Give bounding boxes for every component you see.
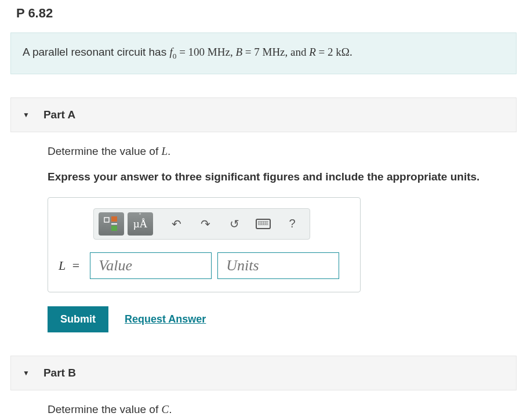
question-var-L: L (161, 145, 168, 157)
reset-icon: ↺ (230, 217, 239, 231)
var-R: R (309, 46, 316, 58)
undo-button[interactable]: ↶ (163, 212, 189, 236)
question-suffix: . (168, 145, 170, 157)
part-b-question: Determine the value of C. (48, 403, 517, 416)
f0-value: = 100 MHz, (176, 46, 235, 58)
undo-icon: ↶ (172, 217, 181, 231)
keyboard-icon (256, 219, 271, 229)
input-eq: = (69, 258, 79, 273)
part-b-header[interactable]: ▼ Part B (10, 356, 517, 390)
svg-rect-0 (104, 218, 109, 222)
part-a-header[interactable]: ▼ Part A (10, 97, 517, 132)
units-label: µÅ (133, 218, 148, 230)
redo-icon: ↷ (201, 217, 210, 231)
collapse-icon: ▼ (23, 369, 30, 377)
help-button[interactable]: ? (279, 212, 305, 236)
units-button[interactable]: ° µÅ (128, 212, 153, 236)
question-suffix: . (169, 403, 172, 415)
help-icon: ? (289, 217, 295, 230)
part-a-body: Determine the value of L. Express your a… (48, 145, 517, 332)
input-variable-label: L = (59, 258, 79, 273)
question-prefix: Determine the value of (48, 145, 161, 157)
question-prefix: Determine the value of (48, 403, 161, 415)
R-value: = 2 kΩ. (316, 46, 352, 58)
part-a-question: Determine the value of L. (48, 145, 517, 158)
answer-box: ° µÅ ↶ ↷ ↺ ? L = (48, 197, 361, 292)
question-var-C: C (161, 403, 169, 415)
redo-button[interactable]: ↷ (192, 212, 218, 236)
templates-button[interactable] (99, 212, 124, 236)
B-value: = 7 MHz, and (242, 46, 309, 58)
value-input[interactable] (90, 252, 212, 279)
part-a-label: Part A (43, 108, 75, 121)
svg-rect-1 (111, 216, 117, 222)
keyboard-button[interactable] (250, 212, 276, 236)
svg-rect-2 (111, 223, 117, 225)
input-row: L = (59, 252, 350, 279)
submit-row: Submit Request Answer (48, 306, 517, 332)
units-input[interactable] (217, 252, 339, 279)
part-b-label: Part B (43, 367, 76, 379)
fraction-icon (103, 216, 119, 231)
problem-statement: A parallel resonant circuit has f0 = 100… (10, 32, 517, 74)
part-b-body: Determine the value of C. (48, 403, 517, 416)
collapse-icon: ▼ (23, 111, 30, 119)
var-B: B (235, 46, 242, 58)
part-a-instruction: Express your answer to three significant… (48, 171, 517, 183)
input-var: L (59, 258, 66, 273)
answer-toolbar: ° µÅ ↶ ↷ ↺ ? (93, 208, 310, 240)
request-answer-link[interactable]: Request Answer (125, 313, 206, 325)
statement-text: A parallel resonant circuit has (23, 46, 169, 58)
reset-button[interactable]: ↺ (221, 212, 247, 236)
svg-rect-3 (111, 226, 117, 231)
problem-number: P 6.82 (16, 6, 527, 21)
submit-button[interactable]: Submit (48, 306, 108, 332)
